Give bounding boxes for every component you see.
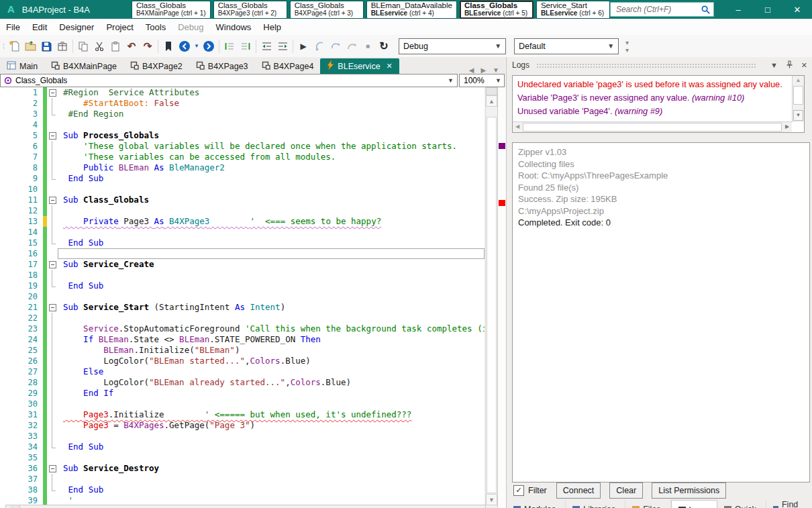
code-line-17[interactable]: 17Sub Service_Create xyxy=(0,259,485,270)
bottom-tab-logs[interactable]: Logs xyxy=(671,500,717,508)
log-line[interactable]: Zipper v1.03 xyxy=(518,146,809,158)
log-line[interactable]: Success. Zip size: 195KB xyxy=(518,193,809,205)
code-line-34[interactable]: 34 End Sub xyxy=(0,442,485,452)
code-line-15[interactable]: 15 End Sub xyxy=(0,238,485,248)
error-marker-strip[interactable] xyxy=(497,87,507,508)
search-box[interactable]: Search (Ctrl+F) xyxy=(610,2,714,17)
code-line-6[interactable]: 6 'These global variables will be declar… xyxy=(0,141,485,152)
tab-scroll-left-icon[interactable]: ◀ xyxy=(469,66,474,74)
code-line-28[interactable]: 28 LogColor("BLEman already started...",… xyxy=(0,377,485,388)
code-line-30[interactable]: 30 xyxy=(0,399,485,409)
fold-collapse-icon[interactable] xyxy=(47,302,58,313)
cut-icon[interactable] xyxy=(91,38,107,54)
tab-b4xpage4[interactable]: B4XPage4 xyxy=(255,58,321,74)
list-permissions-button[interactable]: List Permissions xyxy=(652,482,726,499)
log-line[interactable]: Root: C:\myApps\ThreePagesExample xyxy=(518,170,809,182)
menu-project[interactable]: Project xyxy=(100,22,139,32)
code-line-2[interactable]: 2 #StartAtBoot: False xyxy=(0,98,485,109)
issue-marker[interactable] xyxy=(499,143,505,149)
code-line-27[interactable]: 27 Else xyxy=(0,366,485,377)
bottom-tab-quick[interactable]: Quick xyxy=(717,500,766,508)
code-line-29[interactable]: 29 End If xyxy=(0,388,485,399)
warning-message[interactable]: Variable 'Page3' is never assigned any v… xyxy=(517,91,792,105)
shift-left-icon[interactable] xyxy=(258,38,274,54)
scroll-left-icon[interactable]: ◀ xyxy=(513,122,522,132)
bookmark-tab[interactable]: Class_GlobalsB4XMainPage (ctrl + 1) xyxy=(132,1,211,19)
bookmark-tab[interactable]: Class_GlobalsB4XPage4 (ctrl + 3) xyxy=(290,1,364,19)
paste-icon[interactable] xyxy=(107,38,123,54)
splitter-handle[interactable] xyxy=(486,87,497,95)
navigate-forward-icon[interactable] xyxy=(201,38,217,54)
bookmark-tab[interactable]: BLEman_DataAvailableBLEservice (ctrl + 4… xyxy=(366,1,457,19)
warnings-vertical-scrollbar[interactable]: ▲ ▼ xyxy=(792,76,804,122)
code-line-25[interactable]: 25 BLEman.Initialize("BLEman") xyxy=(0,345,485,356)
navigate-back-icon[interactable] xyxy=(176,38,193,54)
tab-scroll-right-icon[interactable]: ▶ xyxy=(480,66,486,74)
warnings-horizontal-scrollbar[interactable]: ◀ ▶ xyxy=(513,121,792,132)
toolbar-grip[interactable]: ⁞ xyxy=(3,42,4,50)
menu-file[interactable]: File xyxy=(0,22,26,32)
scroll-left-icon[interactable] xyxy=(10,505,20,508)
uncomment-icon[interactable] xyxy=(238,38,254,54)
log-line[interactable]: C:\myApps\Project.zip xyxy=(518,205,809,217)
open-project-icon[interactable] xyxy=(22,38,38,54)
code-line-21[interactable]: 21Sub Service_Start (StartingIntent As I… xyxy=(0,302,485,313)
code-line-35[interactable]: 35 xyxy=(0,452,485,463)
tab-bleservice[interactable]: BLEservice✕ xyxy=(320,58,399,74)
code-line-12[interactable]: 12 xyxy=(0,205,485,216)
code-line-23[interactable]: 23 Service.StopAutomaticForeground 'Call… xyxy=(0,323,485,334)
code-line-8[interactable]: 8 Public BLEman As BleManager2 xyxy=(0,162,485,173)
bottom-tab-libraries[interactable]: Libraries xyxy=(566,500,625,508)
log-line[interactable]: Found 25 file(s) xyxy=(518,182,809,194)
save-icon[interactable] xyxy=(38,38,54,54)
code-line-37[interactable]: 37 xyxy=(0,474,485,485)
bookmark-tab[interactable]: Class_GlobalsBLEservice (ctrl + 5) xyxy=(460,1,534,19)
code-line-19[interactable]: 19 End Sub xyxy=(0,281,485,291)
menu-edit[interactable]: Edit xyxy=(26,22,53,32)
editor-horizontal-scrollbar[interactable] xyxy=(5,505,486,508)
code-line-7[interactable]: 7 'These variables can be accessed from … xyxy=(0,152,485,162)
export-zip-icon[interactable] xyxy=(54,38,70,54)
back-history-dropdown-icon[interactable]: ▼ xyxy=(193,38,201,54)
code-line-11[interactable]: 11Sub Class_Globals xyxy=(0,195,485,205)
rebuild-icon[interactable]: ↻ xyxy=(376,38,392,54)
pin-icon[interactable] xyxy=(786,60,793,70)
code-line-13[interactable]: 13 Private Page3 As B4XPage3 ' <=== seem… xyxy=(0,216,485,227)
menu-help[interactable]: Help xyxy=(257,22,287,32)
menu-windows[interactable]: Windows xyxy=(210,22,258,32)
fold-collapse-icon[interactable] xyxy=(47,259,58,270)
fold-collapse-icon[interactable] xyxy=(47,463,58,474)
code-line-32[interactable]: 32 Page3 = B4XPages.GetPage("Page 3") xyxy=(0,420,485,431)
scrollbar-thumb[interactable] xyxy=(793,86,803,105)
fold-collapse-icon[interactable] xyxy=(47,87,58,98)
log-line[interactable]: Collecting files xyxy=(518,158,809,170)
code-line-24[interactable]: 24 If BLEman.State <> BLEman.STATE_POWER… xyxy=(0,334,485,345)
bottom-tab-find-all[interactable]: Find All xyxy=(766,500,812,508)
warnings-list[interactable]: Undeclared variable 'page3' is used befo… xyxy=(512,75,805,133)
new-project-icon[interactable] xyxy=(6,38,22,54)
bookmark-icon[interactable] xyxy=(160,38,176,54)
issue-marker[interactable] xyxy=(499,200,505,206)
code-line-22[interactable]: 22 xyxy=(0,313,485,323)
tab-b4xmainpage[interactable]: B4XMainPage xyxy=(44,58,123,74)
scrollbar-thumb[interactable] xyxy=(523,123,782,132)
scrollbar-thumb[interactable] xyxy=(487,117,497,493)
tab-main[interactable]: Main xyxy=(0,58,44,74)
toolbar-overflow-icon[interactable]: ▾▾ xyxy=(625,39,629,54)
code-line-20[interactable]: 20 xyxy=(0,291,485,302)
tab-list-dropdown-icon[interactable]: ▼ xyxy=(493,66,499,74)
bookmark-tab[interactable]: Service_StartBLEservice (ctrl + 6) xyxy=(536,1,610,19)
code-line-33[interactable]: 33 xyxy=(0,431,485,442)
bookmark-tab[interactable]: Class_GlobalsB4XPage3 (ctrl + 2) xyxy=(213,1,287,19)
code-line-1[interactable]: 1#Region Service Attributes xyxy=(0,87,485,98)
warning-message[interactable]: Undeclared variable 'page3' is used befo… xyxy=(517,78,792,91)
clear-button[interactable]: Clear xyxy=(609,482,643,499)
scroll-down-icon[interactable]: ▼ xyxy=(793,110,803,121)
close-button[interactable]: ✕ xyxy=(782,0,812,19)
shift-right-icon[interactable] xyxy=(274,38,291,54)
code-line-3[interactable]: 3 #End Region xyxy=(0,109,485,119)
code-line-36[interactable]: 36Sub Service_Destroy xyxy=(0,463,485,474)
log-output[interactable]: Zipper v1.03Collecting filesRoot: C:\myA… xyxy=(512,142,810,482)
bottom-tab-modules[interactable]: Modules xyxy=(507,500,566,508)
scroll-up-icon[interactable]: ▲ xyxy=(793,76,804,85)
